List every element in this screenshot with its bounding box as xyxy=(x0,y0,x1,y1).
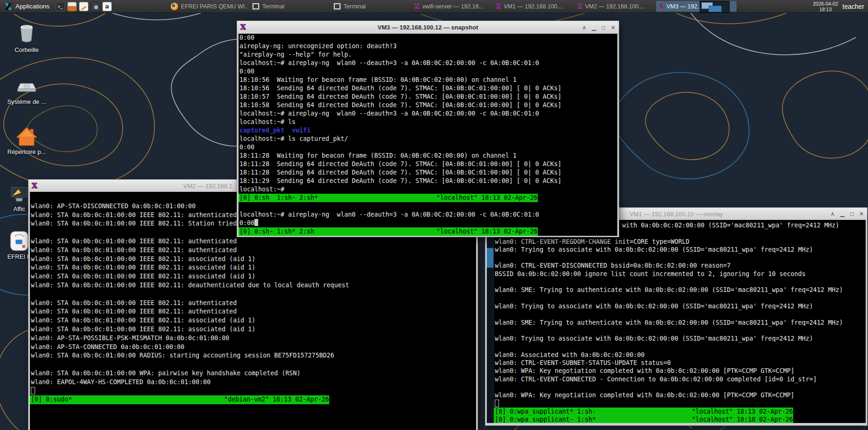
task-label: EFREI PARIS QEMU WI... xyxy=(181,3,248,10)
vm1-scrollbar[interactable] xyxy=(487,220,494,423)
firefox-icon xyxy=(171,3,178,10)
home-folder-icon xyxy=(15,125,38,147)
task-button-terminal-1[interactable]: Terminal xyxy=(249,1,330,12)
screenshot-launcher-icon[interactable] xyxy=(91,2,100,11)
task-button-vm2[interactable]: X VM2 — 192.168.100.... xyxy=(575,1,655,12)
applications-label: Applications xyxy=(15,3,50,10)
vm3-window-title: VM3 — 192.168.100.12 — snapshot xyxy=(237,24,619,31)
task-label: Terminal xyxy=(344,3,366,10)
task-button-terminal-2[interactable]: Terminal xyxy=(331,1,411,12)
pager-window-thumb xyxy=(709,6,722,12)
maximize-button[interactable]: □ xyxy=(850,211,854,217)
xterm-icon: X xyxy=(496,3,501,9)
clock-date: 2026-04-02 xyxy=(813,1,838,7)
terminal-launcher-icon[interactable]: >_ xyxy=(56,2,65,11)
task-label: vwifi-server — 192.16... xyxy=(422,3,484,10)
applications-menu-button[interactable]: Applications xyxy=(0,0,54,13)
vm2-window-title: VM2 — 192.168.1 xyxy=(183,182,232,189)
task-label: VM2 — 192.168.100.... xyxy=(585,3,645,10)
workspace-pager[interactable] xyxy=(700,1,730,13)
xterm-icon: X xyxy=(659,3,664,9)
desktop-icon-home[interactable]: Répertoire p... xyxy=(4,125,49,155)
minimize-button[interactable]: ▁ xyxy=(840,211,844,217)
trash-icon xyxy=(16,22,37,45)
task-button-firefox-efrei[interactable]: EFREI PARIS QEMU WI... xyxy=(168,1,248,12)
close-button[interactable]: ✕ xyxy=(611,25,615,30)
window-vm3: X VM3 — 192.168.100.12 — snapshot ∧ ▁ □ … xyxy=(237,21,619,237)
clock-time: 18:13 xyxy=(819,7,832,12)
close-button[interactable]: ✕ xyxy=(859,211,864,217)
vm1-window-controls: ∧ ▁ □ ✕ xyxy=(831,211,864,217)
window-vm1: X VM1 — 192.168.100.10 — overlay ∧ ▁ □ ✕… xyxy=(485,207,868,426)
task-label: VM1 — 192.168.100.... xyxy=(504,3,564,10)
shade-button[interactable]: ∧ xyxy=(582,25,586,30)
efrei-webapp-icon xyxy=(8,230,30,252)
vm3-titlebar[interactable]: X VM3 — 192.168.100.12 — snapshot ∧ ▁ □ … xyxy=(237,21,619,34)
desktop-icon-filesystem[interactable]: Système de ... xyxy=(4,77,49,105)
window-taskbar: EFREI PARIS QEMU WI... Terminal Terminal… xyxy=(168,1,738,12)
task-label: Terminal xyxy=(262,3,284,10)
xterm-icon: X xyxy=(32,182,37,189)
desktop-icon-label: Affic xyxy=(13,205,25,212)
top-panel: Applications >_ a EFREI PARIS QEMU WI...… xyxy=(0,0,868,13)
hard-disk-icon xyxy=(16,77,37,97)
terminal-icon xyxy=(333,3,341,10)
xterm-icon: X xyxy=(240,24,246,31)
vm3-terminal-output[interactable]: 0:00aireplay-ng: unrecognized option: de… xyxy=(239,34,617,236)
xorg-logo-icon xyxy=(4,2,13,11)
logged-in-user: teacher xyxy=(842,0,864,13)
shade-button[interactable]: ∧ xyxy=(831,211,835,217)
software-launcher-icon[interactable] xyxy=(67,2,77,11)
xterm-icon: X xyxy=(578,3,582,9)
display-settings-icon xyxy=(8,183,30,204)
xterm-icon: X xyxy=(415,3,420,9)
desktop-icon-label: Corbeille xyxy=(14,46,38,53)
desktop-icon-label: Répertoire p... xyxy=(7,148,46,155)
vm1-terminal: with 0a:0b:0c:02:00:00 (SSID='mac80211_w… xyxy=(487,220,866,423)
desktop-icon-label: Système de ... xyxy=(7,98,46,105)
task-button-vm1[interactable]: X VM1 — 192.168.100.... xyxy=(493,1,574,12)
vm3-window-controls: ∧ ▁ □ ✕ xyxy=(582,25,615,30)
vm1-terminal-output[interactable]: with 0a:0b:0c:02:00:00 (SSID='mac80211_w… xyxy=(494,220,866,423)
desktop-icon-trash[interactable]: Corbeille xyxy=(4,22,49,53)
desktop-icon-label: EFREI P xyxy=(7,253,31,260)
maximize-button[interactable]: □ xyxy=(602,25,605,30)
app-a-launcher-icon[interactable]: a xyxy=(102,2,112,11)
panel-clock[interactable]: 2026-04-02 18:13 xyxy=(813,0,838,13)
panel-launchers: >_ a xyxy=(56,2,112,11)
text-editor-launcher-icon[interactable] xyxy=(79,2,88,11)
terminal-icon xyxy=(252,3,260,10)
vm1-scrollbar-thumb[interactable] xyxy=(487,248,493,268)
task-button-vwifi-server[interactable]: X vwifi-server — 192.16... xyxy=(412,1,492,12)
minimize-button[interactable]: ▁ xyxy=(592,25,596,30)
